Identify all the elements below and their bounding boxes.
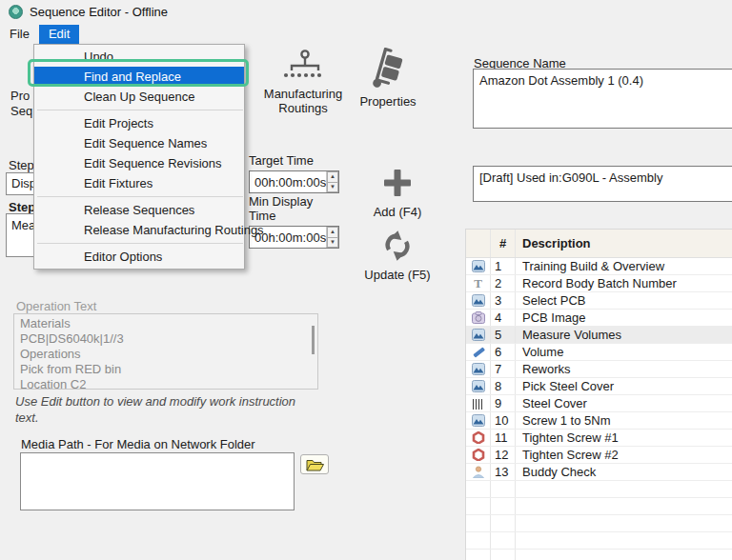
step-label2-fragment: Step [9, 200, 35, 214]
image-icon [472, 363, 485, 375]
table-row[interactable]: 9 Steel Cover [466, 395, 732, 412]
menu-item-edit-sequence-revisions[interactable]: Edit Sequence Revisions [34, 153, 244, 173]
table-row[interactable]: 6 Volume [466, 344, 732, 361]
table-row[interactable]: 11 Tighten Screw #1 [466, 430, 732, 447]
target-time-down-button[interactable]: ▼ [327, 183, 338, 193]
step-label-fragment: Step [9, 158, 34, 172]
menu-separator [37, 110, 243, 110]
number-column-header: # [491, 230, 516, 257]
menu-bar: File Edit [0, 25, 732, 44]
menu-item-release-sequences[interactable]: Release Sequences [34, 200, 244, 220]
text-icon: T [472, 277, 485, 290]
table-row-selected[interactable]: 5 Measure Volumes [466, 327, 732, 344]
manufacturing-routings-button[interactable]: Manufacturing Routings [257, 50, 349, 115]
sequence-editor-window: Sequence Editor - Offline File Edit Pro … [0, 0, 732, 560]
project-label-fragment: Pro [10, 89, 30, 103]
operation-text-line: Materials [20, 316, 312, 331]
operation-text-line: PCB|DS6040k|1//3 [20, 331, 312, 347]
add-button-label: Add (F4) [355, 205, 440, 219]
icon-column-header [466, 230, 491, 257]
menu-separator [37, 196, 243, 197]
table-row[interactable]: 8 Pick Steel Cover [466, 378, 732, 395]
target-time-up-button[interactable]: ▲ [327, 171, 338, 183]
operation-text-label: Operation Text [16, 299, 96, 313]
empty-table-row[interactable] [466, 498, 732, 515]
operation-text-hint: Use Edit button to view and modify work … [15, 393, 322, 426]
table-row[interactable]: 12 Tighten Screw #2 [466, 447, 732, 464]
min-display-up-button[interactable]: ▲ [327, 227, 338, 238]
menu-item-edit-sequence-names[interactable]: Edit Sequence Names [34, 133, 244, 153]
sequence-name-input[interactable]: Amazon Dot Assembly 1 (0.4) [473, 69, 732, 129]
menu-item-editor-options[interactable]: Editor Options [34, 247, 244, 267]
scrollbar-thumb[interactable] [312, 326, 315, 354]
image-icon [472, 329, 485, 341]
table-row[interactable]: 3 Select PCB [466, 292, 732, 310]
description-column-header: Description [516, 230, 732, 257]
operation-text-line: Location C2 [20, 377, 312, 392]
image-icon [472, 294, 485, 307]
image-icon [472, 380, 485, 392]
camera-icon [472, 311, 485, 324]
manufacturing-routings-icon [282, 50, 324, 84]
table-row[interactable]: T 2 Record Body Batch Number [466, 275, 732, 292]
image-icon [472, 414, 485, 427]
table-row[interactable]: 7 Reworks [466, 361, 732, 378]
sequence-status-box: [Draft] Used in:G090L - Assembly [473, 166, 732, 202]
window-title: Sequence Editor - Offline [30, 5, 168, 19]
nut-icon [472, 449, 485, 461]
pencil-icon [472, 346, 485, 358]
menu-file[interactable]: File [0, 25, 39, 44]
nut-icon [472, 431, 485, 444]
menu-item-find-and-replace[interactable]: Find and Replace [34, 67, 244, 87]
target-time-value[interactable]: 00h:00m:00s [250, 171, 326, 192]
table-row[interactable]: 4 PCB Image [466, 310, 732, 327]
empty-table-row[interactable] [466, 532, 732, 550]
properties-button[interactable]: Properties [355, 48, 421, 109]
steps-table-header: # Description [466, 230, 732, 258]
operation-text-area[interactable]: Materials PCB|DS6040k|1//3 Operations Pi… [13, 313, 318, 390]
app-icon [9, 5, 23, 19]
menu-item-edit-projects[interactable]: Edit Projects [34, 113, 244, 133]
target-time-spinbox[interactable]: 00h:00m:00s ▲ ▼ [249, 170, 339, 193]
properties-icon [369, 48, 407, 91]
update-button[interactable]: Update (F5) [355, 230, 440, 282]
menu-item-release-manufacturing-routings[interactable]: Release Manufacturing Routings [34, 220, 244, 240]
min-display-down-button[interactable]: ▼ [327, 238, 338, 249]
steps-table: # Description 1 Training Build & Overvie… [465, 229, 732, 560]
title-bar: Sequence Editor - Offline [0, 0, 732, 25]
target-time-label: Target Time [249, 153, 339, 168]
sequence-label-fragment: Seq [10, 104, 32, 118]
table-row[interactable]: 10 Screw 1 to 5Nm [466, 412, 732, 430]
manufacturing-routings-label: Manufacturing Routings [257, 87, 349, 115]
person-icon [472, 466, 485, 478]
menu-separator [37, 243, 243, 244]
barcode-icon [473, 399, 484, 410]
add-button[interactable]: Add (F4) [355, 168, 440, 219]
image-icon [472, 260, 485, 272]
empty-table-row[interactable] [466, 550, 732, 560]
menu-item-undo[interactable]: Undo [34, 47, 244, 67]
target-time-group: Target Time 00h:00m:00s ▲ ▼ [249, 153, 339, 193]
table-row[interactable]: 13 Buddy Check [466, 464, 732, 481]
update-refresh-icon [382, 230, 413, 261]
browse-folder-button[interactable] [300, 454, 329, 474]
open-folder-icon [306, 458, 324, 471]
empty-table-row[interactable] [466, 515, 732, 532]
menu-item-edit-fixtures[interactable]: Edit Fixtures [34, 173, 244, 193]
plus-icon [382, 168, 413, 198]
empty-table-row[interactable] [466, 481, 732, 498]
update-button-label: Update (F5) [355, 268, 440, 282]
edit-dropdown-menu: Undo Find and Replace Clean Up Sequence … [33, 44, 245, 270]
table-row[interactable]: 1 Training Build & Overview [466, 258, 732, 275]
operation-text-line: Pick from RED bin [20, 362, 312, 377]
menu-edit[interactable]: Edit [39, 25, 79, 44]
operation-text-line: Operations [20, 347, 312, 362]
media-path-input[interactable] [20, 452, 295, 510]
properties-label: Properties [355, 94, 421, 109]
min-display-time-label: Min Display Time [249, 194, 339, 223]
menu-item-clean-up-sequence[interactable]: Clean Up Sequence [34, 87, 244, 107]
media-path-label: Media Path - For Media on Network Folder [21, 437, 255, 451]
